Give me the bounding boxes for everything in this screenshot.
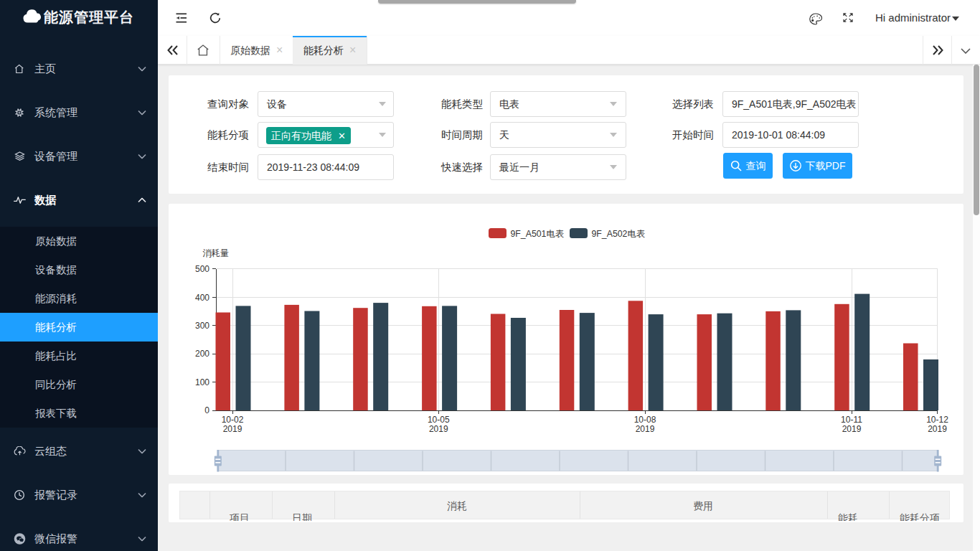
svg-text:2019: 2019 [928, 424, 947, 434]
svg-text:100: 100 [195, 377, 209, 387]
svg-text:2019: 2019 [636, 424, 655, 434]
svg-text:10-11: 10-11 [841, 415, 862, 425]
svg-text:10-08: 10-08 [634, 415, 656, 425]
svg-text:2019: 2019 [223, 424, 242, 434]
svg-text:10-05: 10-05 [428, 415, 450, 425]
svg-text:9F_A501电表: 9F_A501电表 [511, 229, 565, 239]
svg-text:10-12: 10-12 [926, 415, 948, 425]
svg-text:2019: 2019 [429, 424, 448, 434]
svg-text:400: 400 [195, 293, 209, 303]
svg-text:500: 500 [195, 264, 209, 274]
svg-text:0: 0 [204, 405, 209, 415]
svg-text:2019: 2019 [842, 424, 862, 434]
svg-text:10-02: 10-02 [222, 415, 244, 425]
svg-text:消耗量: 消耗量 [203, 248, 230, 258]
svg-text:200: 200 [195, 349, 209, 359]
svg-text:9F_A502电表: 9F_A502电表 [592, 229, 646, 239]
svg-text:300: 300 [195, 321, 209, 331]
